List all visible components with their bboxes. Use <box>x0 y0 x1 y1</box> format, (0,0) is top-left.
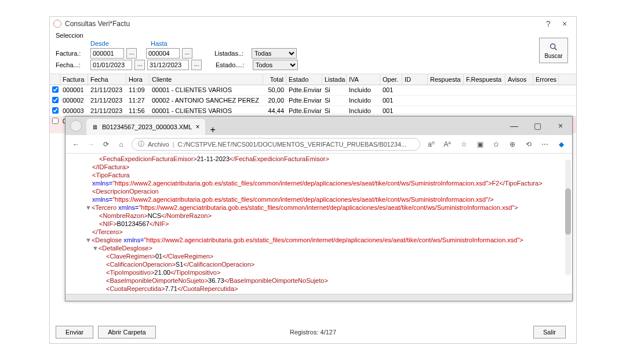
cell-total: 50,00 <box>263 85 286 95</box>
row-checkbox[interactable] <box>52 97 59 103</box>
add-favorite-icon[interactable]: ✩ <box>491 140 501 148</box>
copilot-icon[interactable]: ◆ <box>556 140 566 148</box>
table-row[interactable]: 00000321/11/202311:5600001 - CLIENTES VA… <box>50 106 576 117</box>
col-cliente[interactable]: Cliente <box>150 74 263 85</box>
row-checkbox[interactable] <box>52 118 59 124</box>
home-icon[interactable]: ⌂ <box>117 140 126 148</box>
col-factura[interactable]: Factura <box>60 74 88 85</box>
cell-cliente: 00002 - ANTONIO SANCHEZ PEREZ <box>150 96 263 105</box>
factura-desde-input[interactable] <box>90 48 124 59</box>
new-tab-button[interactable]: + <box>205 125 220 135</box>
extensions-icon[interactable]: ⊕ <box>507 140 518 148</box>
col-frespuesta[interactable]: F.Respuesta <box>464 74 505 85</box>
text-size-icon[interactable]: Aᴬ <box>442 140 453 148</box>
tab-close-icon[interactable]: × <box>195 123 199 131</box>
col-id[interactable]: ID <box>402 74 428 85</box>
browser-tabstrip: 🗎 B01234567_2023_000003.XML × + — ▢ × <box>65 117 572 135</box>
fecha-hasta-picker[interactable]: ... <box>191 60 202 70</box>
close-button[interactable]: × <box>556 19 573 28</box>
read-aloud-icon[interactable]: a⁰ <box>426 140 436 148</box>
buscar-button[interactable]: Buscar <box>539 38 568 63</box>
info-icon: ⓘ <box>138 140 144 148</box>
browser-toolbar: ← → ⟳ ⌂ ⓘ Archivo | C:/NCSTPVE.NET/NCS00… <box>65 135 572 154</box>
enviar-button[interactable]: Enviar <box>56 326 93 338</box>
col-hora[interactable]: Hora <box>126 74 150 85</box>
col-fecha[interactable]: Fecha <box>88 74 126 85</box>
browser-window: 🗎 B01234567_2023_000003.XML × + — ▢ × ← … <box>65 116 573 301</box>
titlebar: Consultas Veri*Factu ? × <box>50 17 576 31</box>
more-icon[interactable]: ⋯ <box>540 140 550 148</box>
favorite-icon[interactable]: ☆ <box>458 140 469 148</box>
cell-estado: Pdte.Enviar <box>286 96 322 105</box>
table-row[interactable]: 00000121/11/202311:0900001 - CLIENTES VA… <box>50 85 576 96</box>
col-avisos[interactable]: Avisos <box>505 74 533 85</box>
fecha-label: Fecha...: <box>56 61 88 68</box>
cell-fecha: 21/11/2023 <box>88 106 126 116</box>
buscar-label: Buscar <box>544 53 562 59</box>
listadas-select[interactable]: Todas <box>252 48 297 59</box>
col-total[interactable]: Total <box>263 74 286 85</box>
factura-hasta-input[interactable] <box>146 48 180 59</box>
cell-cliente: 00001 - CLIENTES VARIOS <box>150 106 263 116</box>
estado-select[interactable]: Todos <box>253 60 298 70</box>
col-listada[interactable]: Listada <box>322 74 347 85</box>
cell-factura: 000003 <box>60 106 88 116</box>
factura-hasta-picker[interactable]: ... <box>182 48 192 59</box>
col-iva[interactable]: IVA <box>347 74 380 85</box>
cell-oper: 001 <box>380 106 402 116</box>
filter-panel: Seleccion Desde Hasta Factura.: ... ... … <box>50 31 576 74</box>
browser-maximize[interactable]: ▢ <box>526 121 549 130</box>
cell-total: 44,44 <box>263 106 286 116</box>
cell-iva: Incluido <box>347 96 380 105</box>
desde-header: Desde <box>90 40 148 47</box>
collections-icon[interactable]: ▣ <box>475 140 485 148</box>
footer: Enviar Abrir Carpeta Registros: 4/127 Sa… <box>56 326 570 338</box>
fecha-desde-input[interactable] <box>90 60 132 70</box>
cell-listada: Si <box>322 85 347 95</box>
cell-estado: Pdte.Enviar <box>286 106 322 116</box>
browser-minimize[interactable]: — <box>503 121 526 130</box>
cell-cliente: 00001 - CLIENTES VARIOS <box>150 85 263 95</box>
browser-close[interactable]: × <box>549 121 572 130</box>
svg-point-0 <box>551 43 555 48</box>
cell-factura: 000002 <box>60 96 88 105</box>
addr-path: C:/NCSTPVE.NET/NCS001/DOCUMENTOS_VERIFAC… <box>178 141 407 148</box>
fecha-hasta-input[interactable] <box>147 60 189 70</box>
col-estado[interactable]: Estado <box>286 74 322 85</box>
table-row[interactable]: 00000221/11/202311:2700002 - ANTONIO SAN… <box>50 96 576 106</box>
app-icon <box>53 20 61 28</box>
cell-hora: 11:56 <box>126 106 150 116</box>
cell-factura: 000001 <box>60 85 88 95</box>
profile-icon[interactable] <box>70 120 82 132</box>
sync-icon[interactable]: ⟲ <box>523 140 534 148</box>
addr-prefix: Archivo <box>148 141 169 148</box>
factura-label: Factura.: <box>56 50 88 57</box>
salir-button[interactable]: Salir <box>533 326 566 338</box>
col-respuesta[interactable]: Respuesta <box>428 74 464 85</box>
horizontal-scrollbar[interactable] <box>65 294 572 301</box>
listadas-label: Listadas..: <box>214 50 249 57</box>
cell-oper: 001 <box>380 96 402 105</box>
cell-oper: 001 <box>380 85 402 95</box>
row-checkbox[interactable] <box>52 86 59 93</box>
col-oper[interactable]: Oper. <box>380 74 402 85</box>
factura-desde-picker[interactable]: ... <box>126 48 137 59</box>
col-errores[interactable]: Errores <box>533 74 559 85</box>
hasta-header: Hasta <box>151 40 168 47</box>
row-checkbox[interactable] <box>52 107 59 114</box>
scrollbar-thumb[interactable] <box>565 188 571 235</box>
abrir-carpeta-button[interactable]: Abrir Carpeta <box>98 326 155 338</box>
help-button[interactable]: ? <box>540 19 556 28</box>
cell-listada: Si <box>322 96 347 105</box>
xml-viewer[interactable]: <FechaExpedicionFacturaEmisor>21-11-2023… <box>65 154 572 294</box>
cell-iva: Incluido <box>347 106 380 116</box>
forward-icon[interactable]: → <box>86 140 96 148</box>
cell-listada: Si <box>322 106 347 116</box>
refresh-icon[interactable]: ⟳ <box>101 140 111 148</box>
cell-total: 20,00 <box>263 96 286 105</box>
address-bar[interactable]: ⓘ Archivo | C:/NCSTPVE.NET/NCS001/DOCUME… <box>132 138 420 151</box>
cell-hora: 11:09 <box>126 85 150 95</box>
fecha-desde-picker[interactable]: ... <box>134 60 145 70</box>
back-icon[interactable]: ← <box>71 140 81 148</box>
browser-tab[interactable]: 🗎 B01234567_2023_000003.XML × <box>86 119 205 135</box>
